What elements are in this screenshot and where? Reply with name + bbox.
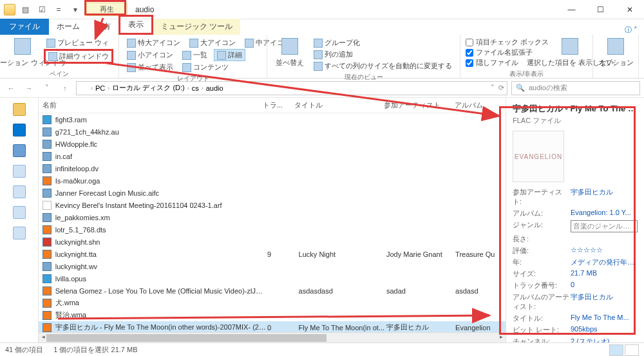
chk-extensions[interactable]: ファイル名拡張子 [466,48,549,57]
file-row[interactable]: fight3.ram [39,113,506,126]
file-row[interactable]: Selena Gomez - Lose You To Love Me (Offi… [39,285,506,297]
scroll-thumb[interactable] [46,334,327,342]
file-row[interactable]: 宇多田ヒカル - Fly Me To The Moon(in other wor… [39,321,506,332]
file-row[interactable]: le_pakkomies.xm [39,211,506,223]
chevron-right-icon[interactable]: › [108,85,109,91]
folder-icon [79,84,88,93]
file-row[interactable]: luckynight.tta9Lucky NightJody Marie Gna… [39,248,506,260]
addr-dropdown-icon[interactable]: ˅ [491,84,495,92]
chevron-right-icon[interactable]: › [187,85,189,91]
refresh-icon[interactable]: ⟳ [498,84,504,92]
scroll-right-icon[interactable]: ▸ [497,333,506,342]
tree-item[interactable] [13,206,26,219]
ribbon-collapse-icon[interactable]: ⓘ ˄ [625,25,638,35]
tree-pc[interactable] [13,144,26,157]
layout-content[interactable]: コンテンツ [180,62,231,73]
tab-home[interactable]: ホーム [49,19,88,35]
crumb-dir[interactable]: audio [206,84,223,92]
file-row[interactable]: Is-maðkur.oga [39,174,506,187]
layout-list[interactable]: 一覧 [180,49,210,61]
file-icon [43,274,52,283]
tree-item[interactable] [13,227,26,239]
file-row[interactable]: g721_1ch_44khz.au [39,126,506,138]
nav-tree[interactable] [0,98,39,342]
chk-checkboxes[interactable]: 項目チェック ボックス [466,37,549,47]
tree-item[interactable] [13,165,26,178]
file-row[interactable]: Janner Forecast Login Music.aifc [39,187,506,199]
search-icon: 🔍 [516,84,525,92]
file-name: in.caf [55,153,267,160]
file-row[interactable]: 賢治.wma [39,309,506,321]
file-album: Evangelion [455,324,506,332]
layout-large[interactable]: 大アイコン [187,37,238,48]
crumb-pc[interactable]: PC [95,84,105,92]
col-album[interactable]: アルバム [455,100,506,110]
addcol-button[interactable]: 列の追加 [311,49,455,60]
file-icon [43,286,52,295]
tree-quick-access[interactable] [13,103,26,116]
crumb-drive[interactable]: ローカル ディスク (D:) [112,83,184,93]
col-title[interactable]: タイトル [294,100,384,110]
tab-music-tools[interactable]: ミュージック ツール [153,19,240,35]
file-name: Janner Forecast Login Music.aifc [55,189,267,197]
maximize-button[interactable]: ☐ [586,1,615,19]
file-name: le_pakkomies.xm [55,214,267,221]
col-track[interactable]: トラ... [263,100,295,110]
view-details-icon[interactable] [609,344,623,356]
file-list-body[interactable]: fight3.ramg721_1ch_44khz.auHWdopple.flci… [39,113,506,332]
search-box[interactable]: 🔍 audioの検索 [511,81,640,95]
layout-xlarge[interactable]: 特大アイコン [124,37,183,48]
forward-button[interactable]: → [22,81,36,95]
qat-item[interactable]: ☑ [35,3,49,17]
qat-overflow[interactable]: = [52,3,66,17]
file-row[interactable]: luckynight.shn [39,236,506,248]
sort-button[interactable]: 並べ替え [272,37,307,71]
close-button[interactable]: ✕ [615,1,644,19]
file-title: Lucky Night [299,250,386,258]
tab-file[interactable]: ファイル [0,19,49,35]
file-row[interactable]: HWdopple.flc [39,138,506,150]
back-button[interactable]: ← [4,81,18,95]
up-button[interactable]: ↑ [58,81,72,95]
view-thumbnails-icon[interactable] [625,344,639,356]
nav-pane-button[interactable]: ナビゲーション ウィンドウ [5,37,40,68]
file-row[interactable]: lotr_5.1_768.dts [39,223,506,236]
autosize-button[interactable]: すべての列のサイズを自動的に変更する [311,61,455,71]
recent-dropdown[interactable]: ˅ [40,81,54,95]
options-button[interactable]: オプション [598,37,633,77]
crumb-dir[interactable]: cs [192,84,199,92]
file-row[interactable]: Kevincy Berel's Instant Meeting-20161104… [39,199,506,211]
file-icon [43,201,52,210]
file-icon [43,250,52,259]
tree-item[interactable] [13,185,26,198]
layout-details[interactable]: 詳細 [214,49,245,61]
file-name: Kevincy Berel's Instant Meeting-20161104… [55,201,267,209]
col-artist[interactable]: 参加アーティスト [384,100,454,110]
content-area: 名前 トラ... タイトル 参加アーティスト アルバム fight3.ramg7… [0,98,644,342]
tree-onedrive[interactable] [13,124,26,136]
qat-dropdown-icon[interactable]: ▾ [68,3,82,17]
preview-pane-button[interactable]: プレビュー ウィ [44,37,113,48]
chevron-right-icon[interactable]: › [202,85,204,91]
column-headers[interactable]: 名前 トラ... タイトル 参加アーティスト アルバム [39,98,506,113]
file-row[interactable]: 犬.wma [39,297,506,309]
h-scrollbar[interactable]: ◂ ▸ [39,332,506,342]
minimize-button[interactable]: — [557,1,586,19]
file-name: lvilla.opus [55,275,267,283]
tab-view[interactable]: 表示 [118,15,153,35]
layout-small[interactable]: 小アイコン [124,49,176,61]
file-row[interactable]: lvilla.opus [39,272,506,285]
layout-tiles[interactable]: 並べて表示 [124,62,176,73]
group-button[interactable]: グループ化 [311,37,455,48]
file-row[interactable]: in.caf [39,150,506,162]
chevron-right-icon[interactable]: › [91,85,93,91]
tab-share[interactable]: 共有 [88,19,118,35]
col-name[interactable]: 名前 [39,100,263,110]
prop-value[interactable]: 音楽のジャンルの指定 [571,220,638,232]
qat-item[interactable]: ▤ [18,3,32,17]
detail-prop[interactable]: ジャンル:音楽のジャンルの指定 [513,220,638,232]
hide-selected-button[interactable]: 選択した項目を 表示しない [553,37,587,68]
details-pane-button[interactable]: 詳細ウィンドウ [44,49,113,64]
file-row[interactable]: infiniteloop.dv [39,162,506,174]
file-row[interactable]: luckynight.wv [39,260,506,272]
